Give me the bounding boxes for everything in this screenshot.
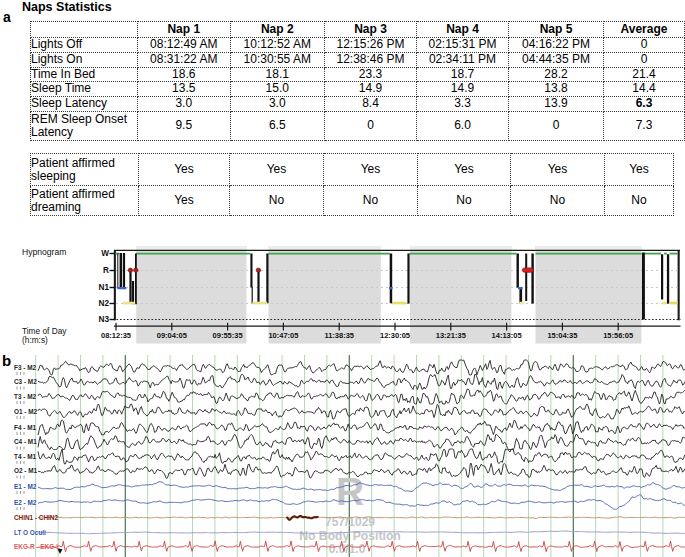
svg-text:13:21:35: 13:21:35 <box>436 331 466 340</box>
svg-text:14:13:05: 14:13:05 <box>492 331 522 340</box>
svg-text:E1 - M2: E1 - M2 <box>14 483 37 490</box>
svg-text:N1: N1 <box>99 283 110 292</box>
svg-text:W: W <box>101 249 109 258</box>
svg-text:O2 - M1: O2 - M1 <box>14 467 38 474</box>
svg-text:F4 - M1: F4 - M1 <box>14 424 36 431</box>
svg-text:(h:m:s): (h:m:s) <box>22 335 48 345</box>
svg-text:CHIN1 - CHIN2: CHIN1 - CHIN2 <box>14 514 58 521</box>
svg-text:R: R <box>336 470 364 513</box>
svg-text:N3: N3 <box>99 315 110 324</box>
svg-text:12:30:05: 12:30:05 <box>380 331 410 340</box>
svg-text:EKG-R - EKG-L: EKG-R - EKG-L <box>14 543 60 550</box>
svg-text:09:55:35: 09:55:35 <box>213 331 243 340</box>
svg-text:LT O Oculi: LT O Oculi <box>14 529 46 536</box>
svg-text:0.0/1.0: 0.0/1.0 <box>329 542 366 556</box>
svg-text:15:04:35: 15:04:35 <box>547 331 577 340</box>
svg-text:C4 - M1: C4 - M1 <box>14 438 37 445</box>
svg-text:Hypnogram: Hypnogram <box>22 247 66 257</box>
svg-text:T4 - M1: T4 - M1 <box>14 453 36 460</box>
svg-text:F3 - M2: F3 - M2 <box>14 364 36 371</box>
svg-text:08:12:35: 08:12:35 <box>101 331 131 340</box>
svg-text:T3 - M2: T3 - M2 <box>14 393 36 400</box>
svg-text:E2 - M2: E2 - M2 <box>14 499 37 506</box>
svg-text:O1 - M2: O1 - M2 <box>14 408 38 415</box>
svg-text:11:38:35: 11:38:35 <box>324 331 354 340</box>
svg-text:No Body Position: No Body Position <box>299 529 401 543</box>
svg-text:15:56:05: 15:56:05 <box>603 331 633 340</box>
svg-text:N2: N2 <box>99 299 110 308</box>
svg-text:C3 - M2: C3 - M2 <box>14 378 37 385</box>
svg-text:10:47:05: 10:47:05 <box>268 331 298 340</box>
svg-text:R: R <box>103 266 109 275</box>
svg-text:09:04:05: 09:04:05 <box>157 331 187 340</box>
